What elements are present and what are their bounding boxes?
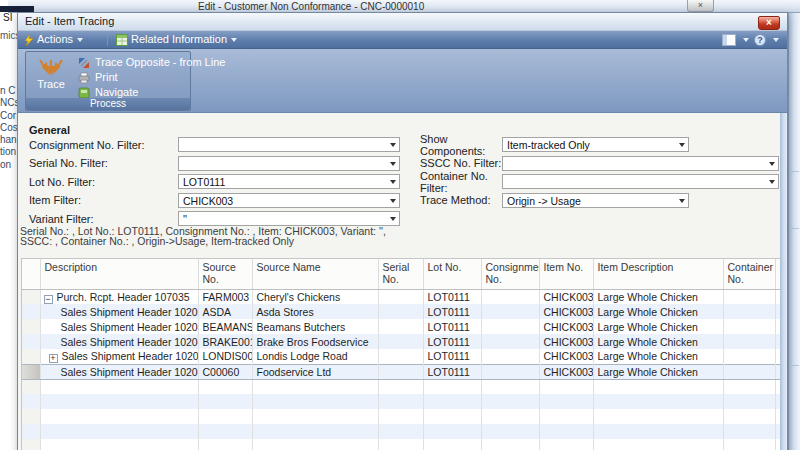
row-selector[interactable] bbox=[22, 334, 40, 349]
row-selector[interactable] bbox=[22, 349, 40, 364]
table-row-selected[interactable]: Sales Shipment Header 102043 C00060 Food… bbox=[22, 364, 787, 379]
column-header-lot-no[interactable]: Lot No. bbox=[423, 259, 481, 289]
filter-fields-left: Consignment No. Filter: Serial No. Filte… bbox=[29, 137, 400, 230]
column-header-description[interactable]: Description bbox=[40, 259, 198, 289]
view-selector-button[interactable] bbox=[722, 31, 749, 49]
table-row[interactable]: Sales Shipment Header 102041 BRAKE001 Br… bbox=[22, 334, 787, 349]
field-sscc-no-filter: SSCC No. Filter: bbox=[420, 156, 779, 171]
background-divider bbox=[791, 365, 799, 366]
row-selector[interactable] bbox=[22, 304, 40, 319]
row-selector[interactable] bbox=[22, 364, 40, 379]
column-header-consignment-no[interactable]: Consignment No. bbox=[481, 259, 539, 289]
combo-arrow-icon[interactable] bbox=[390, 217, 396, 221]
combo-arrow-icon[interactable] bbox=[679, 143, 685, 147]
column-header-container-no[interactable]: Container No. bbox=[723, 259, 775, 289]
close-button[interactable]: × bbox=[758, 16, 780, 30]
field-label: Variant Filter: bbox=[29, 213, 178, 225]
variant-filter-input[interactable]: '' bbox=[178, 211, 400, 226]
field-label: Show Components: bbox=[420, 133, 502, 157]
field-label: SSCC No. Filter: bbox=[420, 157, 502, 169]
table-row[interactable]: −Purch. Rcpt. Header 107035 FARM003 Cher… bbox=[22, 289, 787, 304]
field-lot-no-filter: Lot No. Filter: LOT0111 bbox=[29, 174, 400, 189]
background-nav-item: n C bbox=[0, 85, 17, 97]
column-header-item-no[interactable]: Item No. bbox=[539, 259, 593, 289]
table-row-empty bbox=[22, 424, 787, 439]
trace-method-input[interactable]: Origin -> Usage bbox=[502, 193, 689, 208]
general-section-label: General bbox=[29, 124, 70, 136]
item-filter-input[interactable]: CHICK003 bbox=[178, 193, 400, 208]
consignment-no-filter-input[interactable] bbox=[178, 137, 400, 152]
table-row[interactable]: Sales Shipment Header 102039 ASDA Asda S… bbox=[22, 304, 787, 319]
menubar-separator bbox=[107, 33, 108, 46]
trace-icon bbox=[36, 58, 66, 75]
column-header-source-name[interactable]: Source Name bbox=[252, 259, 378, 289]
column-header-serial-no[interactable]: Serial No. bbox=[378, 259, 423, 289]
print-icon bbox=[78, 72, 90, 84]
background-window-right-edge bbox=[788, 13, 800, 450]
background-divider bbox=[791, 228, 799, 229]
field-label: Consignment No. Filter: bbox=[29, 139, 178, 151]
lot-no-filter-input[interactable]: LOT0111 bbox=[178, 174, 400, 189]
trace-button[interactable]: Trace bbox=[28, 53, 74, 99]
combo-arrow-icon[interactable] bbox=[390, 143, 396, 147]
combo-arrow-icon[interactable] bbox=[390, 199, 396, 203]
background-nav-item: han bbox=[0, 134, 17, 146]
show-components-input[interactable]: Item-tracked Only bbox=[502, 137, 689, 152]
combo-arrow-icon[interactable] bbox=[769, 162, 775, 166]
background-close-button[interactable]: × bbox=[687, 0, 714, 12]
combo-arrow-icon[interactable] bbox=[390, 162, 396, 166]
row-selector[interactable] bbox=[22, 319, 40, 334]
field-trace-method: Trace Method: Origin -> Usage bbox=[420, 193, 779, 208]
table-row[interactable]: +Sales Shipment Header 102042 LONDIS002 … bbox=[22, 349, 787, 364]
table-row[interactable]: Sales Shipment Header 102040 BEAMANS Bea… bbox=[22, 319, 787, 334]
window-right-frame bbox=[780, 113, 787, 450]
column-header-item-description[interactable]: Item Description bbox=[593, 259, 723, 289]
related-information-menu[interactable]: Related Information bbox=[112, 31, 241, 49]
row-selector[interactable] bbox=[22, 289, 40, 304]
field-container-no-filter: Container No. Filter: bbox=[420, 174, 779, 189]
window-titlebar[interactable]: Edit - Item Tracing × bbox=[18, 13, 787, 31]
actions-menu[interactable]: Actions bbox=[20, 31, 87, 49]
background-nav-item: Cos bbox=[0, 122, 17, 134]
trace-opposite-icon bbox=[78, 57, 90, 69]
field-label: Serial No. Filter: bbox=[29, 157, 178, 169]
serial-no-filter-input[interactable] bbox=[178, 156, 400, 171]
sscc-no-filter-input[interactable] bbox=[502, 156, 779, 171]
expand-icon[interactable]: + bbox=[49, 354, 58, 363]
combo-arrow-icon[interactable] bbox=[390, 180, 396, 184]
ribbon: Trace Trace Opposite - from Line Print N… bbox=[18, 49, 787, 113]
lightning-icon bbox=[24, 34, 34, 47]
chevron-down-icon bbox=[773, 38, 779, 42]
field-item-filter: Item Filter: CHICK003 bbox=[29, 193, 400, 208]
combo-arrow-icon[interactable] bbox=[769, 180, 775, 184]
field-label: Lot No. Filter: bbox=[29, 176, 178, 188]
combo-arrow-icon[interactable] bbox=[679, 199, 685, 203]
help-button[interactable]: ? bbox=[754, 31, 779, 49]
field-show-components: Show Components: Item-tracked Only bbox=[420, 137, 779, 152]
filter-fields-right: Show Components: Item-tracked Only SSCC … bbox=[420, 137, 779, 211]
background-nav-fragments: n C NCs Cor Cos han tion on bbox=[0, 85, 17, 171]
background-nav-item: NCs bbox=[0, 97, 17, 109]
print-label: Print bbox=[95, 71, 118, 83]
trace-opposite-button[interactable]: Trace Opposite - from Line bbox=[78, 55, 225, 70]
background-window-title: Edit - Customer Non Conformance - CNC-00… bbox=[198, 1, 424, 12]
print-button[interactable]: Print bbox=[78, 70, 118, 85]
background-nav-item: tion bbox=[0, 146, 17, 158]
menubar: Actions Related Information ? bbox=[18, 31, 787, 49]
selector-column-header bbox=[22, 259, 40, 289]
help-icon: ? bbox=[754, 34, 766, 46]
form-content: General Consignment No. Filter: Serial N… bbox=[18, 113, 787, 450]
field-consignment-no-filter: Consignment No. Filter: bbox=[29, 137, 400, 152]
background-nav-item: on bbox=[0, 159, 17, 171]
trace-label: Trace bbox=[28, 78, 74, 90]
collapse-icon[interactable]: − bbox=[44, 295, 53, 304]
related-information-label: Related Information bbox=[131, 33, 227, 45]
chevron-down-icon bbox=[77, 38, 83, 42]
field-label: Item Filter: bbox=[29, 194, 178, 206]
table-row-empty bbox=[22, 409, 787, 424]
container-no-filter-input[interactable] bbox=[502, 174, 779, 189]
chevron-down-icon bbox=[231, 38, 237, 42]
window-title: Edit - Item Tracing bbox=[25, 15, 114, 27]
filter-summary-text: Serial No.: , Lot No.: LOT0111, Consignm… bbox=[20, 226, 406, 247]
column-header-source-no[interactable]: Source No. bbox=[198, 259, 252, 289]
